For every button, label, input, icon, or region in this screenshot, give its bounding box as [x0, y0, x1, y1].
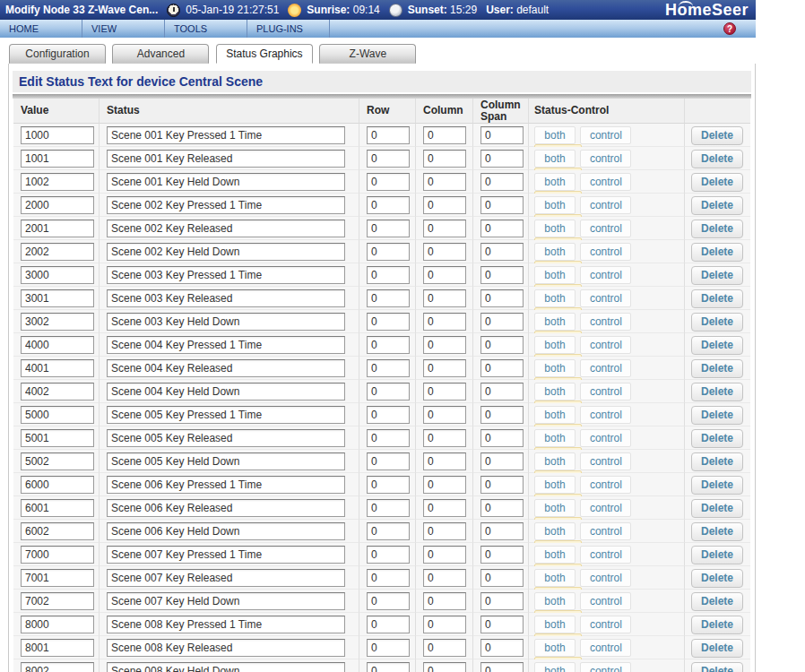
status-text-input[interactable] [107, 289, 345, 307]
control-button[interactable]: control [580, 639, 631, 657]
status-text-input[interactable] [107, 359, 345, 377]
value-input[interactable] [21, 126, 94, 144]
control-button[interactable]: control [580, 406, 631, 424]
both-button[interactable]: both [534, 336, 576, 354]
row-input[interactable] [367, 359, 410, 377]
value-input[interactable] [21, 313, 94, 331]
column-input[interactable] [423, 150, 466, 168]
status-text-input[interactable] [107, 522, 345, 540]
column-input[interactable] [423, 662, 466, 672]
column-input[interactable] [423, 406, 466, 424]
delete-button[interactable]: Delete [691, 476, 743, 495]
both-button[interactable]: both [534, 546, 576, 564]
control-button[interactable]: control [580, 616, 631, 633]
value-input[interactable] [21, 243, 94, 261]
column-input[interactable] [423, 359, 466, 377]
column-span-input[interactable] [480, 359, 524, 377]
control-button[interactable]: control [580, 336, 631, 354]
value-input[interactable] [21, 266, 94, 284]
row-input[interactable] [367, 639, 410, 657]
value-input[interactable] [21, 336, 94, 354]
both-button[interactable]: both [534, 266, 576, 284]
delete-button[interactable]: Delete [691, 196, 743, 215]
column-span-input[interactable] [480, 383, 524, 401]
status-text-input[interactable] [107, 616, 345, 633]
both-button[interactable]: both [534, 220, 576, 237]
column-input[interactable] [423, 126, 466, 144]
both-button[interactable]: both [534, 429, 576, 447]
delete-button[interactable]: Delete [691, 150, 743, 168]
delete-button[interactable]: Delete [691, 220, 743, 238]
delete-button[interactable]: Delete [691, 126, 743, 145]
control-button[interactable]: control [580, 592, 631, 610]
tab-advanced[interactable]: Advanced [112, 44, 209, 64]
value-input[interactable] [21, 150, 94, 168]
column-span-input[interactable] [480, 173, 524, 191]
value-input[interactable] [21, 476, 94, 494]
row-input[interactable] [367, 289, 410, 307]
delete-button[interactable]: Delete [691, 429, 743, 448]
column-span-input[interactable] [480, 196, 524, 214]
control-button[interactable]: control [580, 243, 631, 261]
status-text-input[interactable] [107, 546, 345, 564]
both-button[interactable]: both [534, 313, 576, 331]
column-input[interactable] [423, 429, 466, 447]
status-text-input[interactable] [107, 150, 345, 168]
delete-button[interactable]: Delete [691, 452, 743, 471]
value-input[interactable] [21, 173, 94, 191]
row-input[interactable] [367, 662, 410, 672]
row-input[interactable] [367, 126, 410, 144]
value-input[interactable] [21, 499, 94, 517]
column-input[interactable] [423, 522, 466, 540]
value-input[interactable] [21, 662, 94, 672]
delete-button[interactable]: Delete [691, 499, 743, 518]
column-input[interactable] [423, 499, 466, 517]
row-input[interactable] [367, 452, 410, 470]
value-input[interactable] [21, 522, 94, 540]
column-input[interactable] [423, 243, 466, 261]
status-text-input[interactable] [107, 173, 345, 191]
value-input[interactable] [21, 569, 94, 587]
help-icon[interactable]: ? [723, 22, 736, 35]
column-span-input[interactable] [480, 266, 524, 284]
row-input[interactable] [367, 173, 410, 191]
tab-status-graphics[interactable]: Status Graphics [216, 44, 313, 64]
status-text-input[interactable] [107, 126, 345, 144]
value-input[interactable] [21, 592, 94, 610]
column-span-input[interactable] [480, 546, 524, 564]
menu-item-tools[interactable]: TOOLS [165, 20, 247, 38]
value-input[interactable] [21, 429, 94, 447]
both-button[interactable]: both [534, 522, 576, 540]
delete-button[interactable]: Delete [691, 546, 743, 564]
column-span-input[interactable] [480, 616, 524, 633]
column-span-input[interactable] [480, 220, 524, 237]
both-button[interactable]: both [534, 452, 576, 470]
status-text-input[interactable] [107, 639, 345, 657]
delete-button[interactable]: Delete [691, 359, 743, 378]
column-input[interactable] [423, 476, 466, 494]
delete-button[interactable]: Delete [691, 243, 743, 262]
row-input[interactable] [367, 150, 410, 168]
status-text-input[interactable] [107, 220, 345, 237]
column-input[interactable] [423, 220, 466, 237]
value-input[interactable] [21, 639, 94, 657]
control-button[interactable]: control [580, 220, 631, 237]
column-input[interactable] [423, 383, 466, 401]
control-button[interactable]: control [580, 150, 631, 168]
both-button[interactable]: both [534, 150, 576, 168]
status-text-input[interactable] [107, 243, 345, 261]
both-button[interactable]: both [534, 243, 576, 261]
row-input[interactable] [367, 266, 410, 284]
status-text-input[interactable] [107, 499, 345, 517]
column-input[interactable] [423, 452, 466, 470]
column-input[interactable] [423, 569, 466, 587]
status-text-input[interactable] [107, 569, 345, 587]
both-button[interactable]: both [534, 616, 576, 633]
status-text-input[interactable] [107, 383, 345, 401]
row-input[interactable] [367, 336, 410, 354]
control-button[interactable]: control [580, 126, 631, 144]
column-span-input[interactable] [480, 126, 524, 144]
control-button[interactable]: control [580, 499, 631, 517]
control-button[interactable]: control [580, 569, 631, 587]
status-text-input[interactable] [107, 336, 345, 354]
